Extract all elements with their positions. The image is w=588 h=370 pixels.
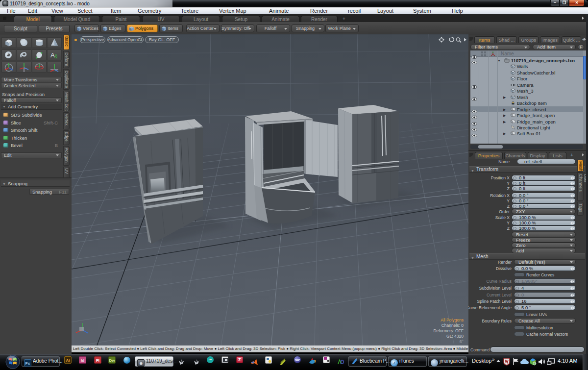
svg-text:&: & [54, 54, 58, 59]
